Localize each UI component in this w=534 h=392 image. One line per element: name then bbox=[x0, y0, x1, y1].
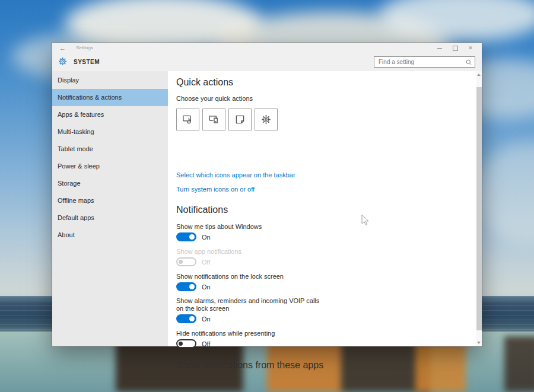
app-header: SYSTEM bbox=[52, 53, 482, 71]
search-icon[interactable] bbox=[465, 59, 472, 66]
toggle-alarms-voip[interactable] bbox=[176, 314, 196, 323]
note-icon bbox=[234, 114, 246, 125]
search-input[interactable] bbox=[374, 57, 466, 67]
toggle-state-alarms-voip: On bbox=[202, 315, 211, 323]
sidebar-item-storage[interactable]: Storage bbox=[52, 175, 168, 192]
tablet-mode-icon bbox=[182, 114, 193, 125]
maximize-button[interactable] bbox=[447, 43, 463, 53]
scroll-up-icon[interactable] bbox=[477, 74, 481, 76]
sidebar-item-tablet-mode[interactable]: Tablet mode bbox=[52, 141, 168, 158]
toggle-state-app-notifications: Off bbox=[202, 259, 210, 266]
quick-actions-subheading: Choose your quick actions bbox=[176, 95, 253, 102]
close-button[interactable]: ✕ bbox=[463, 43, 478, 53]
sidebar-item-offline-maps[interactable]: Offline maps bbox=[52, 192, 168, 209]
quick-action-tablet-mode-button[interactable] bbox=[176, 109, 199, 130]
main-content: Quick actions Choose your quick actions bbox=[168, 71, 476, 346]
quick-actions-heading: Quick actions bbox=[176, 77, 233, 88]
scroll-down-icon[interactable] bbox=[477, 342, 481, 344]
toggle-label-app-notifications: Show app notifications bbox=[176, 248, 241, 255]
toggle-label-hide-presenting: Hide notifications while presenting bbox=[176, 330, 275, 337]
minimize-icon bbox=[437, 48, 442, 49]
settings-window: ← Settings ✕ SYSTEM bbox=[52, 43, 482, 346]
scrollbar-thumb[interactable] bbox=[476, 87, 482, 330]
taskbar-icons-link[interactable]: Select which icons appear on the taskbar bbox=[176, 171, 295, 179]
toggle-lock-screen-notifications[interactable] bbox=[176, 282, 196, 291]
toggle-state-hide-presenting: Off bbox=[202, 340, 210, 348]
window-title: Settings bbox=[76, 45, 93, 50]
scrollbar[interactable] bbox=[476, 71, 482, 346]
search-box bbox=[374, 56, 475, 68]
settings-gear-icon bbox=[58, 56, 68, 66]
sidebar-item-multi-tasking[interactable]: Multi-tasking bbox=[52, 123, 168, 141]
toggle-label-show-tips: Show me tips about Windows bbox=[176, 223, 262, 230]
window-controls: ✕ bbox=[432, 43, 478, 53]
toggle-hide-presenting[interactable] bbox=[176, 339, 196, 348]
maximize-icon bbox=[453, 46, 458, 51]
quick-action-buttons bbox=[176, 109, 278, 130]
sidebar-item-notifications-actions[interactable]: Notifications & actions bbox=[52, 89, 168, 106]
toggle-show-tips[interactable] bbox=[176, 232, 196, 241]
quick-action-note-button[interactable] bbox=[228, 109, 252, 130]
apps-notifications-heading: Show notifications from these apps bbox=[176, 360, 323, 371]
toggle-state-show-tips: On bbox=[202, 234, 211, 241]
back-button[interactable]: ← bbox=[59, 44, 66, 52]
notifications-heading: Notifications bbox=[176, 205, 228, 215]
toggle-label-lock-screen-notifications: Show notifications on the lock screen bbox=[176, 273, 284, 280]
all-settings-icon bbox=[260, 114, 272, 125]
sidebar-item-default-apps[interactable]: Default apps bbox=[52, 209, 168, 227]
toggle-label-alarms-voip: Show alarms, reminders and incoming VOIP… bbox=[176, 297, 326, 313]
quick-action-connect-button[interactable] bbox=[202, 109, 225, 130]
quick-action-all-settings-button[interactable] bbox=[255, 109, 278, 130]
toggle-state-lock-screen-notifications: On bbox=[202, 283, 211, 291]
sidebar-item-about[interactable]: About bbox=[52, 227, 168, 244]
connect-icon bbox=[208, 114, 220, 125]
toggle-app-notifications bbox=[176, 257, 196, 266]
system-icons-link[interactable]: Turn system icons on or off bbox=[176, 186, 255, 193]
sidebar: Display Notifications & actions Apps & f… bbox=[52, 71, 168, 346]
sidebar-item-power-sleep[interactable]: Power & sleep bbox=[52, 158, 168, 175]
page-title: SYSTEM bbox=[74, 59, 100, 65]
sidebar-item-apps-features[interactable]: Apps & features bbox=[52, 106, 168, 123]
wallpaper-reflection bbox=[504, 336, 534, 392]
titlebar[interactable]: ← Settings ✕ bbox=[52, 43, 482, 53]
sidebar-item-display[interactable]: Display bbox=[52, 72, 168, 89]
minimize-button[interactable] bbox=[432, 43, 447, 53]
